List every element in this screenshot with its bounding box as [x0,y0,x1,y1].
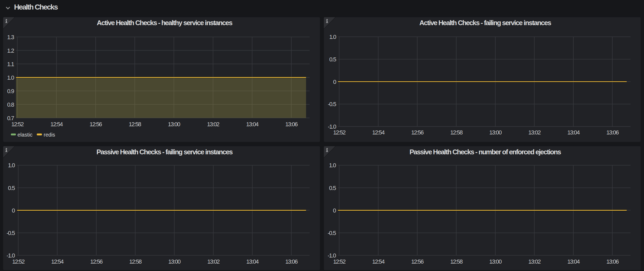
svg-text:13:04: 13:04 [567,258,580,265]
svg-text:13:00: 13:00 [489,258,502,265]
svg-text:0: 0 [12,207,15,214]
svg-text:1.2: 1.2 [7,47,14,54]
svg-text:12:54: 12:54 [51,258,64,265]
svg-text:12:56: 12:56 [90,121,102,128]
svg-text:12:54: 12:54 [51,121,63,128]
svg-text:12:54: 12:54 [372,129,385,136]
svg-text:12:52: 12:52 [11,121,24,128]
svg-text:13:02: 13:02 [207,258,220,265]
svg-text:12:56: 12:56 [411,258,424,265]
svg-text:1.0: 1.0 [8,162,15,169]
svg-text:1.0: 1.0 [329,34,336,40]
svg-text:-1.0: -1.0 [328,123,336,130]
svg-text:13:02: 13:02 [207,121,219,128]
svg-text:0.5: 0.5 [8,185,15,191]
svg-text:1.3: 1.3 [7,34,14,40]
svg-text:13:02: 13:02 [528,129,541,136]
svg-text:12:58: 12:58 [129,121,141,128]
svg-text:13:00: 13:00 [489,129,502,136]
svg-text:-1.0: -1.0 [328,252,336,259]
svg-text:0: 0 [333,207,336,214]
svg-text:13:00: 13:00 [168,258,181,265]
svg-text:0.7: 0.7 [7,115,14,121]
svg-text:-0.5: -0.5 [7,230,15,236]
svg-text:13:00: 13:00 [168,121,180,128]
svg-text:0.9: 0.9 [7,88,14,94]
svg-text:1.0: 1.0 [329,162,336,169]
svg-text:13:04: 13:04 [567,129,580,136]
svg-text:Active Health Checks - failing: Active Health Checks - failing service i… [419,19,551,27]
svg-text:Active Health Checks - healthy: Active Health Checks - healthy service i… [97,19,233,27]
svg-text:-1.0: -1.0 [7,252,15,259]
svg-text:1.1: 1.1 [7,61,14,67]
svg-text:12:56: 12:56 [411,129,424,136]
svg-text:13:06: 13:06 [606,258,619,265]
svg-text:redis: redis [44,132,55,138]
svg-text:elastic: elastic [17,132,33,138]
svg-text:12:52: 12:52 [333,129,346,136]
svg-text:13:02: 13:02 [528,258,541,265]
svg-text:13:06: 13:06 [285,121,298,128]
svg-text:Health Checks: Health Checks [14,3,58,11]
svg-text:12:56: 12:56 [90,258,103,265]
svg-text:12:58: 12:58 [450,129,463,136]
svg-text:1.0: 1.0 [7,74,14,81]
svg-text:0.5: 0.5 [329,185,336,191]
svg-text:Passive Health Checks - number: Passive Health Checks - number of enforc… [410,148,561,156]
svg-text:12:54: 12:54 [372,258,385,265]
svg-text:12:58: 12:58 [450,258,463,265]
svg-text:-0.5: -0.5 [328,230,336,236]
svg-text:0: 0 [333,79,336,85]
svg-text:12:52: 12:52 [333,258,346,265]
svg-text:13:04: 13:04 [246,121,258,128]
svg-text:13:04: 13:04 [246,258,259,265]
svg-text:13:06: 13:06 [606,129,619,136]
svg-text:13:06: 13:06 [285,258,298,265]
svg-text:12:52: 12:52 [12,258,25,265]
svg-text:12:58: 12:58 [129,258,142,265]
svg-text:-0.5: -0.5 [328,101,336,107]
svg-text:0.5: 0.5 [329,56,336,63]
svg-text:0.8: 0.8 [7,101,14,108]
svg-text:Passive Health Checks - failin: Passive Health Checks - failing service … [97,148,233,156]
